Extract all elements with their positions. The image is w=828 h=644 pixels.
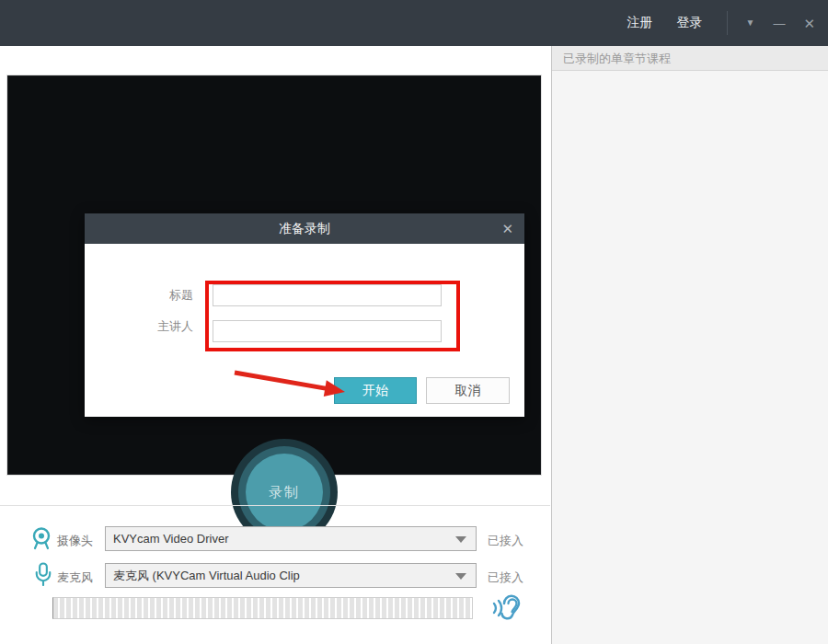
record-button-face: 录制 <box>246 454 323 531</box>
login-button[interactable]: 登录 <box>677 15 703 31</box>
minimize-icon[interactable]: — <box>773 17 785 29</box>
register-button[interactable]: 注册 <box>627 15 653 31</box>
presenter-input[interactable] <box>213 320 442 342</box>
microphone-icon <box>32 562 54 586</box>
record-button-label: 录制 <box>269 484 300 501</box>
close-icon[interactable]: ✕ <box>803 17 815 30</box>
cancel-button[interactable]: 取消 <box>426 377 510 404</box>
recorded-courses-header: 已录制的单章节课程 <box>552 46 828 71</box>
microphone-status: 已接入 <box>488 569 523 586</box>
prepare-record-dialog: 准备录制 ✕ 标题 主讲人 开始 取消 <box>85 213 524 417</box>
webcam-icon <box>30 526 52 550</box>
audio-level-meter <box>52 597 473 619</box>
presenter-field-label: 主讲人 <box>138 318 193 335</box>
dialog-titlebar: 准备录制 ✕ <box>85 213 524 244</box>
start-button[interactable]: 开始 <box>334 377 417 404</box>
title-input[interactable] <box>213 284 442 306</box>
camera-label: 摄像头 <box>57 533 93 549</box>
microphone-dropdown-icon <box>455 573 466 580</box>
camera-status: 已接入 <box>488 533 523 549</box>
listen-ear-icon[interactable] <box>488 592 521 624</box>
microphone-label: 麦克风 <box>57 569 93 586</box>
dialog-title: 准备录制 <box>279 221 330 236</box>
microphone-select-value: 麦克风 (KVYCam Virtual Audio Clip <box>113 569 300 582</box>
devices-separator <box>0 505 550 506</box>
title-field-label: 标题 <box>138 287 193 304</box>
camera-select-value: KVYcam Video Driver <box>113 532 228 546</box>
menu-dropdown-icon[interactable]: ▼ <box>746 18 755 28</box>
microphone-select[interactable]: 麦克风 (KVYCam Virtual Audio Clip <box>105 563 477 588</box>
titlebar: 注册 登录 ▼ — ✕ <box>0 0 828 46</box>
recorded-courses-panel: 已录制的单章节课程 <box>551 46 828 644</box>
app-window: 注册 登录 ▼ — ✕ 已录制的单章节课程 录制 摄像头 KVYcam Vide… <box>0 0 828 644</box>
camera-dropdown-icon <box>455 536 466 543</box>
dialog-close-icon[interactable]: ✕ <box>501 213 513 244</box>
titlebar-divider <box>727 11 728 35</box>
camera-select[interactable]: KVYcam Video Driver <box>105 526 477 551</box>
